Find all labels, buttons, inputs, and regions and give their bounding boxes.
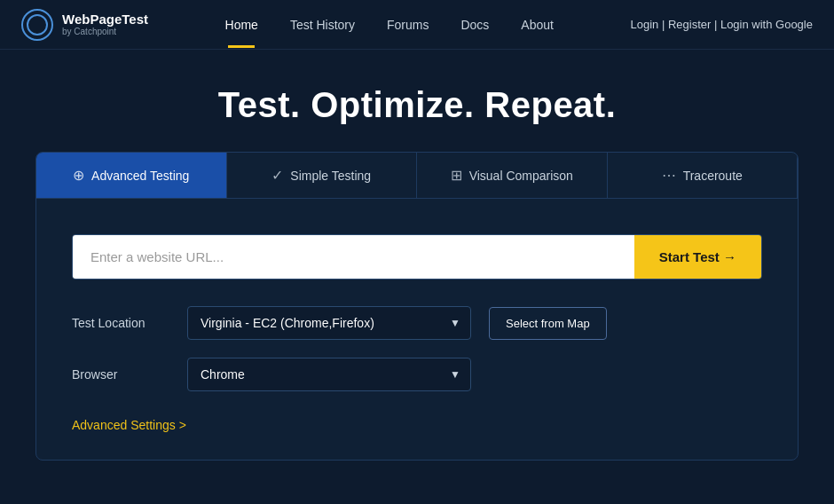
auth-links: Login | Register | Login with Google [630, 18, 813, 31]
start-test-button[interactable]: Start Test → [634, 235, 761, 279]
tab-traceroute-label: Traceroute [683, 169, 743, 183]
hero-section: Test. Optimize. Repeat. [0, 50, 834, 152]
advanced-settings-arrow: > [179, 418, 186, 432]
nav-docs[interactable]: Docs [445, 2, 505, 48]
tab-simple-testing-label: Simple Testing [290, 169, 371, 183]
select-from-map-button[interactable]: Select from Map [489, 307, 607, 340]
tab-visual-comparison[interactable]: ⊞ Visual Comparison [417, 153, 608, 198]
logo: WebPageTest by Catchpoint [21, 9, 148, 41]
tab-visual-comparison-label: Visual Comparison [469, 169, 573, 183]
main-nav: Home Test History Forums Docs About [209, 2, 570, 48]
browser-label: Browser [72, 367, 169, 382]
location-row: Test Location Virginia - EC2 (Chrome,Fir… [72, 306, 762, 340]
logo-icon [21, 9, 53, 41]
card-content: Start Test → Test Location Virginia - EC… [36, 199, 798, 460]
location-select-wrap: Virginia - EC2 (Chrome,Firefox) Californ… [187, 306, 471, 340]
nav-test-history[interactable]: Test History [274, 2, 371, 48]
nav-about[interactable]: About [505, 2, 570, 48]
visual-comparison-icon: ⊞ [451, 167, 462, 184]
nav-home[interactable]: Home [209, 2, 274, 48]
browser-select-wrap: Chrome Firefox Safari Edge ▼ [187, 358, 471, 391]
logo-main-text: WebPageTest [62, 12, 148, 28]
url-input[interactable] [73, 235, 634, 279]
url-row: Start Test → [72, 234, 762, 280]
browser-row: Browser Chrome Firefox Safari Edge ▼ [72, 358, 762, 391]
tab-advanced-testing-label: Advanced Testing [91, 169, 189, 183]
location-label: Test Location [72, 316, 169, 330]
traceroute-icon: ⋯ [662, 167, 676, 184]
hero-headline: Test. Optimize. Repeat. [18, 85, 816, 125]
tab-traceroute[interactable]: ⋯ Traceroute [608, 153, 799, 198]
advanced-settings-label: Advanced Settings [72, 418, 176, 432]
advanced-settings-link[interactable]: Advanced Settings > [72, 418, 186, 432]
nav-forums[interactable]: Forums [371, 2, 445, 48]
tab-simple-testing[interactable]: ✓ Simple Testing [227, 153, 418, 198]
simple-testing-icon: ✓ [271, 167, 283, 184]
advanced-testing-icon: ⊕ [73, 167, 84, 184]
location-select[interactable]: Virginia - EC2 (Chrome,Firefox) Californ… [187, 306, 471, 340]
tab-advanced-testing[interactable]: ⊕ Advanced Testing [36, 153, 227, 198]
browser-select[interactable]: Chrome Firefox Safari Edge [187, 358, 471, 391]
tab-bar: ⊕ Advanced Testing ✓ Simple Testing ⊞ Vi… [36, 153, 798, 199]
main-card: ⊕ Advanced Testing ✓ Simple Testing ⊞ Vi… [35, 152, 799, 461]
logo-sub-text: by Catchpoint [62, 27, 148, 36]
